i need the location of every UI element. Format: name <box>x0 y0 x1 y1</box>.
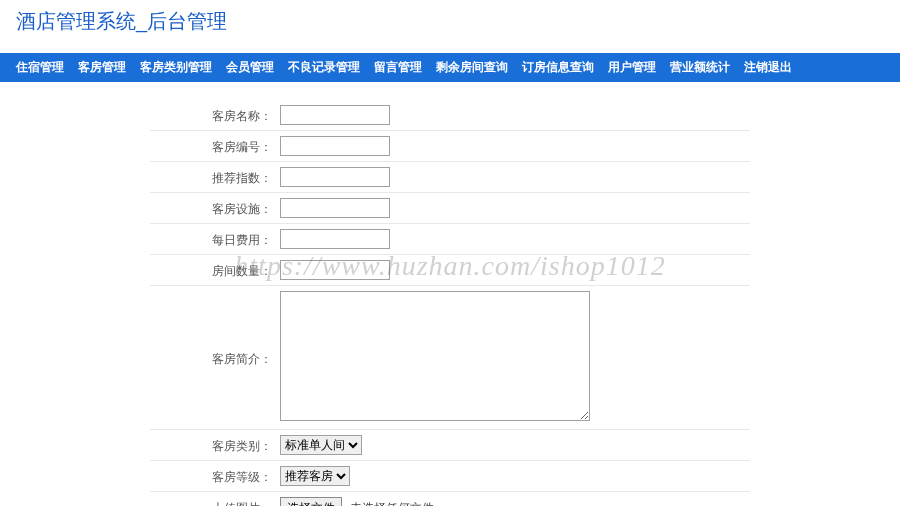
nav-bad-record[interactable]: 不良记录管理 <box>288 59 360 76</box>
nav-user[interactable]: 用户管理 <box>608 59 656 76</box>
room-name-label: 客房名称： <box>150 105 280 125</box>
nav-order-info[interactable]: 订房信息查询 <box>522 59 594 76</box>
intro-textarea[interactable] <box>280 291 590 421</box>
upload-label: 上传图片： <box>150 497 280 506</box>
quantity-label: 房间数量： <box>150 260 280 280</box>
room-no-input[interactable] <box>280 136 390 156</box>
rec-index-label: 推荐指数： <box>150 167 280 187</box>
nav-stay[interactable]: 住宿管理 <box>16 59 64 76</box>
nav-bar: 住宿管理 客房管理 客房类别管理 会员管理 不良记录管理 留言管理 剩余房间查询… <box>0 53 900 82</box>
room-no-label: 客房编号： <box>150 136 280 156</box>
day-cost-label: 每日费用： <box>150 229 280 249</box>
quantity-input[interactable] <box>280 260 390 280</box>
choose-file-button[interactable]: 选择文件 <box>280 497 342 506</box>
nav-remain[interactable]: 剩余房间查询 <box>436 59 508 76</box>
facility-input[interactable] <box>280 198 390 218</box>
page-title: 酒店管理系统_后台管理 <box>0 0 900 43</box>
facility-label: 客房设施： <box>150 198 280 218</box>
room-name-input[interactable] <box>280 105 390 125</box>
rec-index-input[interactable] <box>280 167 390 187</box>
day-cost-input[interactable] <box>280 229 390 249</box>
category-select[interactable]: 标准单人间 <box>280 435 362 455</box>
level-select[interactable]: 推荐客房 <box>280 466 350 486</box>
category-label: 客房类别： <box>150 435 280 455</box>
intro-label: 客房简介： <box>150 348 280 368</box>
nav-room[interactable]: 客房管理 <box>78 59 126 76</box>
nav-logout[interactable]: 注销退出 <box>744 59 792 76</box>
nav-room-type[interactable]: 客房类别管理 <box>140 59 212 76</box>
nav-sales[interactable]: 营业额统计 <box>670 59 730 76</box>
nav-member[interactable]: 会员管理 <box>226 59 274 76</box>
room-add-form: 客房名称： 客房编号： 推荐指数： 客房设施： 每日费用： 房间数量： 客房简介… <box>150 100 750 506</box>
nav-message[interactable]: 留言管理 <box>374 59 422 76</box>
level-label: 客房等级： <box>150 466 280 486</box>
file-status-text: 未选择任何文件 <box>350 501 434 506</box>
